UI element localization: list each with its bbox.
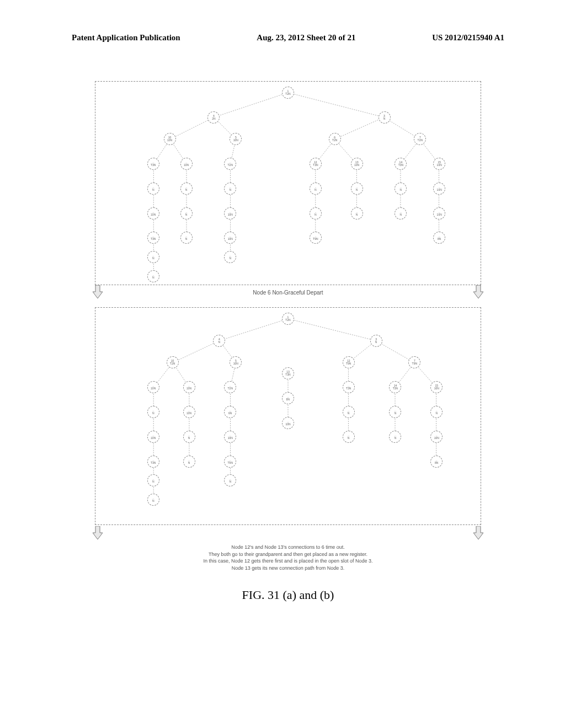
tree-node: .. 10N <box>147 431 159 443</box>
tree-node: .. N <box>430 406 443 418</box>
tree-node: 15 10N <box>430 381 443 393</box>
down-arrow-icon <box>473 526 483 539</box>
tree-node: .. T3N <box>147 158 159 170</box>
tree-node: .. N <box>180 232 193 244</box>
tree-node: .. N <box>343 406 355 418</box>
tree-node: .. 10N <box>147 381 159 393</box>
tree-node: 3 N <box>370 335 382 347</box>
tree-node: .. T3N <box>343 381 355 393</box>
tree-node: .. T9N <box>224 456 236 468</box>
tree-node: .. 10N <box>147 207 159 220</box>
tree-node: 7 T9N <box>408 356 420 368</box>
tree-node: 4 N <box>213 335 225 347</box>
tree-node: .. 10N <box>430 431 443 443</box>
tree-node: 5 10N <box>230 133 242 145</box>
tree-node: 13 T3N <box>282 367 294 379</box>
tree-node: .. 10N <box>183 381 195 393</box>
down-arrow-icon <box>93 285 103 298</box>
tree-node: 13 10N <box>351 158 363 170</box>
tree-node: 5 10N <box>230 356 242 368</box>
tree-node: .. 10N <box>224 431 236 443</box>
svg-line-35 <box>220 319 288 341</box>
header-center: Aug. 23, 2012 Sheet 20 of 21 <box>257 33 355 42</box>
svg-line-0 <box>214 93 288 117</box>
tree-node: .. 10N <box>282 417 294 429</box>
tree-node: .. N <box>224 251 236 263</box>
tree-node: .. 10N <box>183 406 195 418</box>
tree-node: .. N <box>147 406 159 418</box>
tree-node: .. N <box>224 474 236 486</box>
caption-line: Node 13 gets its new connection path fro… <box>95 565 481 572</box>
transition-ab: Node 6 Non-Graceful Depart <box>95 285 481 307</box>
tree-node: .. N <box>310 183 322 195</box>
svg-line-36 <box>288 319 376 341</box>
tree-node: .. N <box>389 406 401 418</box>
tree-node: .. 10N <box>224 207 236 220</box>
tree-node: 1 T2N <box>282 313 294 325</box>
tree-node: .. N <box>351 207 363 220</box>
header-left: Patent Application Publication <box>72 33 180 42</box>
tree-node: 12 T3N <box>310 158 322 170</box>
tree-node: .. N <box>343 431 355 443</box>
tree-node: 4 2N <box>207 111 220 124</box>
tree-node: 15 10N <box>433 158 445 170</box>
figure-panel-a: 1 T2N4 2N3 N10 10N5 10N6 T2N7 T2N.. T3N.… <box>95 81 481 285</box>
caption-line: They both go to their grandparent and th… <box>95 551 481 558</box>
tree-node: .. N <box>183 456 195 468</box>
svg-line-2 <box>170 117 214 140</box>
tree-node: .. T3N <box>147 232 159 244</box>
caption-bottom: Node 12's and Node 13's connections to 6… <box>95 544 481 571</box>
page-header: Patent Application Publication Aug. 23, … <box>72 33 504 42</box>
tree-node: .. N <box>224 183 236 195</box>
tree-node: .. N <box>147 183 159 195</box>
tree-node: .. N <box>147 494 159 506</box>
tree-node: 14 T3N <box>395 158 407 170</box>
tree-node: 6 T2N <box>329 133 341 145</box>
tree-node: 1 T2N <box>282 87 294 99</box>
caption-line: In this case, Node 12 gets there first a… <box>95 558 481 565</box>
svg-line-1 <box>288 93 384 117</box>
tree-node: .. T3N <box>147 456 159 468</box>
header-right: US 2012/0215940 A1 <box>432 33 504 42</box>
svg-line-4 <box>335 117 385 140</box>
tree-node: 12 T9N <box>343 356 355 368</box>
tree-node: .. 8N <box>430 456 443 468</box>
tree-node: 14 T3N <box>389 381 401 393</box>
tree-node: .. T2N <box>224 381 236 393</box>
tree-node: .. 6N <box>224 406 236 418</box>
tree-node: .. N <box>183 431 195 443</box>
tree-node: 3 N <box>379 111 391 124</box>
tree-node: .. N <box>395 183 407 195</box>
tree-node: .. N <box>147 251 159 263</box>
caption-between-ab: Node 6 Non-Graceful Depart <box>253 290 323 296</box>
tree-node: .. 10N <box>224 232 236 244</box>
caption-line: Node 12's and Node 13's connections to 6… <box>95 544 481 551</box>
tree-node: .. T9N <box>310 232 322 244</box>
down-arrow-icon <box>473 285 483 298</box>
down-arrow-icon <box>93 526 103 539</box>
figure-label: FIG. 31 (a) and (b) <box>95 588 481 602</box>
tree-node: .. N <box>351 183 363 195</box>
tree-node: .. 10N <box>433 207 445 220</box>
tree-node: .. N <box>310 207 322 220</box>
tree-node: .. N <box>180 183 193 195</box>
svg-line-40 <box>376 341 414 363</box>
tree-node: .. N <box>389 431 401 443</box>
tree-node: .. 10N <box>433 183 445 195</box>
tree-node: .. T2N <box>224 158 236 170</box>
figure-panel-b: 1 T2N4 N3 N10 T2N5 10N12 T9N7 T9N13 T3N.… <box>95 307 481 525</box>
tree-node: .. N <box>180 207 193 220</box>
svg-line-37 <box>173 341 220 363</box>
tree-node: 10 10N <box>164 133 176 145</box>
tree-node: .. 10N <box>180 158 193 170</box>
tree-node: .. N <box>395 207 407 220</box>
tree-node: .. N <box>147 270 159 282</box>
tree-node: 10 T2N <box>167 356 179 368</box>
tree-node: .. 8N <box>282 392 294 404</box>
transition-bc <box>95 525 481 540</box>
tree-node: .. N <box>147 474 159 486</box>
tree-node: .. 8N <box>433 232 445 244</box>
tree-node: 7 T2N <box>414 133 426 145</box>
